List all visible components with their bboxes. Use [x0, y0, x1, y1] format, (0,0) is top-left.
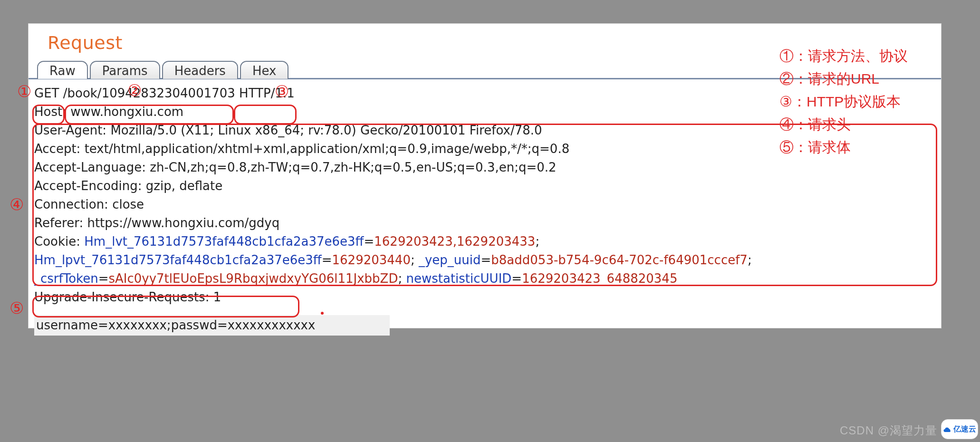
header-accept-language: Accept-Language: zh-CN,zh;q=0.8,zh-TW;q=… — [34, 158, 935, 177]
legend-1: ①：请求方法、协议 — [779, 45, 908, 67]
provider-logo: 亿速云 — [941, 419, 978, 439]
annotation-num-5: ⑤ — [10, 298, 24, 317]
decorative-dot — [321, 312, 324, 315]
legend-3: ③：HTTP协议版本 — [779, 90, 908, 113]
header-referer: Referer: https://www.hongxiu.com/gdyq — [34, 214, 935, 232]
http-url: /book/10942832304001703 — [63, 86, 235, 100]
watermark-text: CSDN @渴望力量 — [840, 423, 937, 438]
legend-2: ②：请求的URL — [779, 67, 908, 90]
annotation-num-2: ② — [127, 81, 142, 100]
cloud-icon — [943, 426, 952, 432]
legend-5: ⑤：请求体 — [779, 136, 908, 159]
header-connection: Connection: close — [34, 195, 935, 214]
annotation-num-1: ① — [17, 82, 31, 101]
request-panel: Request Raw Params Headers Hex GET /book… — [29, 24, 941, 328]
http-method: GET — [34, 86, 59, 100]
legend-4: ④：请求头 — [779, 113, 908, 136]
header-upgrade: Upgrade-Insecure-Requests: 1 — [34, 288, 935, 307]
tab-headers[interactable]: Headers — [162, 61, 238, 79]
header-cookie: Cookie: Hm_lvt_76131d7573faf448cb1cfa2a3… — [34, 232, 935, 288]
request-body: username=xxxxxxxx;passwd=xxxxxxxxxxxx — [34, 315, 390, 336]
tab-raw[interactable]: Raw — [37, 61, 88, 79]
annotation-legend: ①：请求方法、协议 ②：请求的URL ③：HTTP协议版本 ④：请求头 ⑤：请求… — [779, 45, 908, 159]
annotation-num-4: ④ — [10, 195, 24, 214]
header-accept-encoding: Accept-Encoding: gzip, deflate — [34, 177, 935, 195]
tab-params[interactable]: Params — [90, 61, 160, 79]
tab-hex[interactable]: Hex — [240, 61, 288, 79]
annotation-num-3: ③ — [275, 82, 289, 101]
